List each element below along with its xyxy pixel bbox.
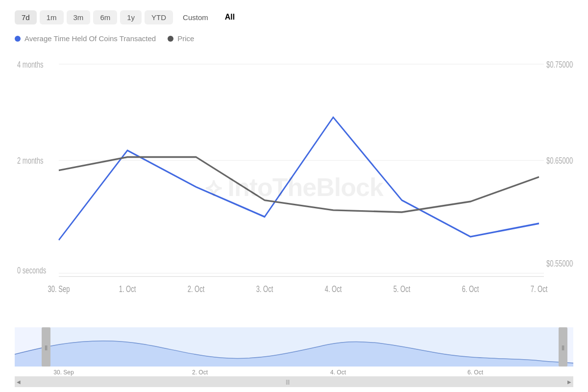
legend-item-price: Price	[168, 34, 194, 43]
svg-text:30. Sep: 30. Sep	[48, 284, 70, 294]
btn-3m[interactable]: 3m	[67, 10, 91, 24]
svg-text:0 seconds: 0 seconds	[17, 266, 46, 275]
svg-text:||: ||	[562, 344, 564, 350]
svg-text:2. Oct: 2. Oct	[188, 284, 205, 294]
svg-text:30. Sep: 30. Sep	[53, 369, 74, 376]
svg-text:3. Oct: 3. Oct	[256, 284, 273, 294]
chart-legend: Average Time Held Of Coins Transacted Pr…	[15, 34, 573, 43]
svg-text:5. Oct: 5. Oct	[393, 284, 411, 294]
navigator-area: || || 30. Sep 2. Oct 4. Oct 6. Oct	[15, 327, 573, 376]
btn-1y[interactable]: 1y	[120, 10, 142, 24]
svg-text:2 months: 2 months	[17, 156, 44, 165]
btn-7d[interactable]: 7d	[15, 10, 37, 24]
legend-dot-blue	[15, 36, 21, 42]
svg-text:6. Oct: 6. Oct	[467, 369, 484, 376]
svg-text:$0.750000: $0.750000	[546, 60, 573, 69]
svg-rect-23	[50, 327, 559, 367]
chart-wrapper: ⟡ IntoTheBlock 4 months 2 months 0 secon…	[15, 48, 573, 387]
btn-1m[interactable]: 1m	[40, 10, 64, 24]
svg-text:6. Oct: 6. Oct	[462, 284, 479, 294]
scrollbar[interactable]: ◀ ||| ▶	[15, 376, 573, 387]
scroll-handle[interactable]: |||	[283, 378, 293, 385]
btn-ytd[interactable]: YTD	[145, 10, 173, 24]
legend-label-avgtime: Average Time Held Of Coins Transacted	[24, 34, 156, 43]
svg-text:2. Oct: 2. Oct	[192, 369, 208, 376]
svg-text:4. Oct: 4. Oct	[325, 284, 342, 294]
scroll-right-arrow[interactable]: ▶	[565, 376, 573, 387]
legend-dot-gray	[168, 36, 173, 42]
chart-main: ⟡ IntoTheBlock 4 months 2 months 0 secon…	[15, 48, 573, 326]
btn-all[interactable]: All	[218, 10, 242, 24]
main-chart-svg: 4 months 2 months 0 seconds $0.750000 $0…	[15, 48, 573, 326]
btn-6m[interactable]: 6m	[93, 10, 117, 24]
nav-chart-svg: || || 30. Sep 2. Oct 4. Oct 6. Oct	[15, 327, 573, 376]
svg-text:4. Oct: 4. Oct	[330, 369, 346, 376]
scroll-left-arrow[interactable]: ◀	[15, 376, 23, 387]
time-range-buttons: 7d 1m 3m 6m 1y YTD Custom All	[15, 10, 573, 24]
svg-text:1. Oct: 1. Oct	[119, 284, 136, 294]
legend-label-price: Price	[177, 34, 194, 43]
svg-text:$0.550000: $0.550000	[546, 259, 573, 268]
svg-text:7. Oct: 7. Oct	[531, 284, 548, 294]
scroll-track: ◀ ||| ▶	[15, 376, 573, 387]
svg-text:$0.650000: $0.650000	[546, 156, 573, 165]
svg-text:4 months: 4 months	[17, 60, 44, 69]
main-container: 7d 1m 3m 6m 1y YTD Custom All Average Ti…	[0, 0, 588, 392]
btn-custom[interactable]: Custom	[176, 10, 215, 24]
svg-text:||: ||	[45, 344, 48, 350]
legend-item-avgtime: Average Time Held Of Coins Transacted	[15, 34, 156, 43]
